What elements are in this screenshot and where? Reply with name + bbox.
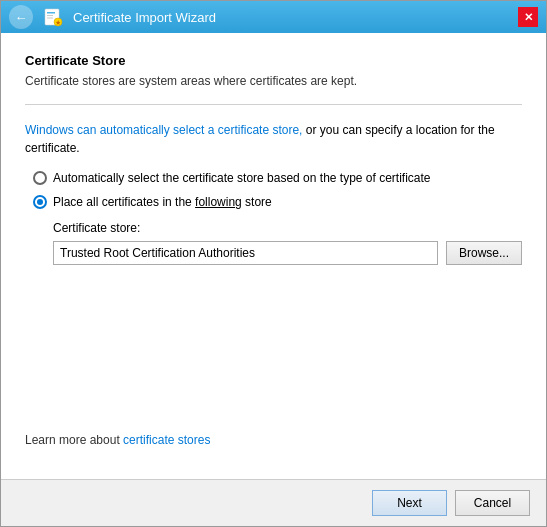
- spacer: [25, 265, 522, 433]
- back-button[interactable]: ←: [9, 5, 33, 29]
- window-title: Certificate Import Wizard: [73, 10, 216, 25]
- browse-button[interactable]: Browse...: [446, 241, 522, 265]
- svg-rect-2: [47, 15, 53, 16]
- learn-more-prefix: Learn more about: [25, 433, 123, 447]
- store-input-row: Browse...: [53, 241, 522, 265]
- radio-auto-label: Automatically select the certificate sto…: [53, 171, 431, 185]
- svg-rect-1: [47, 12, 55, 14]
- title-bar-left: ← ★ Certificate Import Wizard: [9, 5, 216, 29]
- svg-rect-3: [47, 18, 53, 19]
- info-text-blue: Windows can automatically select a certi…: [25, 123, 302, 137]
- title-bar-controls: ✕: [518, 7, 538, 27]
- footer: Next Cancel: [1, 479, 546, 526]
- content-area: Certificate Store Certificate stores are…: [1, 33, 546, 479]
- radio-auto[interactable]: Automatically select the certificate sto…: [33, 171, 522, 185]
- cancel-button[interactable]: Cancel: [455, 490, 530, 516]
- radio-manual-label: Place all certificates in the following …: [53, 195, 272, 209]
- store-input[interactable]: [53, 241, 438, 265]
- title-bar: ← ★ Certificate Import Wizard ✕: [1, 1, 546, 33]
- learn-more-link[interactable]: certificate stores: [123, 433, 210, 447]
- store-label: Certificate store:: [53, 221, 522, 235]
- info-text: Windows can automatically select a certi…: [25, 121, 522, 157]
- radio-manual[interactable]: Place all certificates in the following …: [33, 195, 522, 209]
- radio-group: Automatically select the certificate sto…: [33, 171, 522, 209]
- close-button[interactable]: ✕: [518, 7, 538, 27]
- radio-auto-input[interactable]: [33, 171, 47, 185]
- store-section: Certificate store: Browse...: [53, 221, 522, 265]
- section-title: Certificate Store: [25, 53, 522, 68]
- svg-text:★: ★: [55, 19, 61, 26]
- next-button[interactable]: Next: [372, 490, 447, 516]
- section-description: Certificate stores are system areas wher…: [25, 74, 522, 88]
- window: ← ★ Certificate Import Wizard ✕ Certific…: [0, 0, 547, 527]
- divider: [25, 104, 522, 105]
- following-underline: following: [195, 195, 242, 209]
- radio-manual-input[interactable]: [33, 195, 47, 209]
- learn-more: Learn more about certificate stores: [25, 433, 522, 447]
- wizard-icon: ★: [41, 5, 65, 29]
